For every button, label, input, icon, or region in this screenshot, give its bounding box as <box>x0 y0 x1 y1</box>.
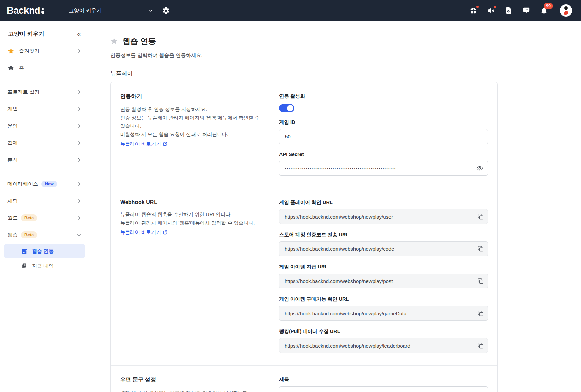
page-subtitle: 인증정보를 입력하여 웹숍을 연동하세요. <box>110 52 581 59</box>
toggle-label: 연동 활성화 <box>279 93 488 99</box>
announcements-megaphone-icon[interactable] <box>487 7 495 14</box>
copy-icon <box>477 278 484 284</box>
sidebar-divider <box>0 172 89 172</box>
sidebar-item-development[interactable]: 개발 <box>0 100 89 117</box>
integration-desc-line: 연동 활성화 후 인증 정보를 저장하세요. <box>120 105 263 114</box>
chevron-right-icon <box>77 107 81 111</box>
sidebar-item-analytics[interactable]: 분석 <box>0 151 89 168</box>
mail-title-label: 제목 <box>279 376 488 383</box>
newplay-shortcut-link[interactable]: 뉴플레이 바로가기 <box>120 229 167 236</box>
link-label: 뉴플레이 바로가기 <box>120 141 161 147</box>
gift-icon[interactable] <box>470 7 477 14</box>
project-selector[interactable]: 고양이 키우기 <box>69 7 153 14</box>
sidebar-item-label: 채팅 <box>7 198 18 204</box>
sidebar-item-billing[interactable]: 결제 <box>0 134 89 151</box>
logo-text: Backnd <box>7 5 40 16</box>
copy-icon <box>477 342 484 349</box>
copy-button[interactable] <box>477 213 484 220</box>
copy-button[interactable] <box>477 342 484 349</box>
copy-button[interactable] <box>477 246 484 252</box>
api-secret-input[interactable] <box>279 161 488 176</box>
chat-bubble-icon[interactable] <box>523 7 530 14</box>
api-secret-label: API Secret <box>279 152 488 157</box>
ranking-pull-url-field[interactable] <box>279 338 488 353</box>
gift-alert-dot <box>476 6 479 8</box>
item-purchasable-url-field[interactable] <box>279 306 488 321</box>
store-authcode-url-field[interactable] <box>279 241 488 256</box>
url-label: 랭킹(Pull) 데이터 수집 URL <box>279 328 488 335</box>
integration-desc-line: 인증 정보는 뉴플레이 관리자 페이지의 '웹훅'메뉴에서 확인할 수 있습니다… <box>120 114 263 130</box>
sidebar-item-webshop[interactable]: 웹숍 Beta <box>0 226 89 243</box>
storefront-icon <box>21 248 28 255</box>
player-check-url-field[interactable] <box>279 209 488 224</box>
avatar[interactable] <box>560 4 572 17</box>
chevron-right-icon <box>77 199 81 203</box>
sidebar-item-label: 데이터베이스 <box>7 181 38 187</box>
logo[interactable]: Backnd <box>7 5 44 16</box>
sidebar-subitem-payout-history[interactable]: 지급 내역 <box>4 259 85 273</box>
announcements-alert-dot <box>494 6 496 8</box>
sidebar-subitem-label: 웹숍 연동 <box>32 248 54 255</box>
copy-icon <box>477 213 484 220</box>
bell-icon[interactable]: 99 <box>540 7 548 14</box>
favorite-star-icon[interactable] <box>110 37 118 45</box>
sidebar-item-favorites[interactable]: 즐겨찾기 <box>0 42 89 59</box>
url-label: 게임 플레이어 확인 URL <box>279 199 488 206</box>
sidebar-item-label: 즐겨찾기 <box>19 48 39 54</box>
sidebar-item-database[interactable]: 데이터베이스 New <box>0 175 89 192</box>
item-grant-url-field[interactable] <box>279 274 488 288</box>
sidebar-item-label: 운영 <box>7 123 18 129</box>
newplay-shortcut-link[interactable]: 뉴플레이 바로가기 <box>120 141 167 147</box>
webhook-desc-line: 뉴플레이 관리자 페이지의 '웹훅'메뉴에서 입력할 수 있습니다. <box>120 219 263 227</box>
mail-settings-row: 우편 문구 설정 결제 완료 시 생성되는 우편의 제목과 발송인을 설정합니다… <box>111 365 497 392</box>
game-id-input[interactable] <box>279 129 488 144</box>
integration-enabled-toggle[interactable] <box>279 104 294 112</box>
url-label: 게임 아이템 지급 URL <box>279 264 488 270</box>
sidebar-item-home[interactable]: 홈 <box>0 59 89 76</box>
new-badge: New <box>41 181 57 187</box>
chevron-right-icon <box>77 182 81 186</box>
chevron-right-icon <box>77 124 81 128</box>
copy-button[interactable] <box>477 278 484 284</box>
settings-gear-icon[interactable] <box>162 7 170 14</box>
chevron-right-icon <box>77 49 81 53</box>
sidebar-subitem-webshop-link[interactable]: 웹숍 연동 <box>4 244 85 258</box>
sidebar-item-operations[interactable]: 운영 <box>0 117 89 134</box>
sidebar-item-project-settings[interactable]: 프로젝트 설정 <box>0 83 89 100</box>
mail-desc: 결제 완료 시 생성되는 우편의 제목과 발송인을 설정합니다. <box>120 389 263 392</box>
webhook-desc-line: 뉴플레이 웹숍의 웹훅을 수신하기 위한 URL입니다. <box>120 210 263 219</box>
integration-heading: 연동하기 <box>120 93 263 100</box>
docs-file-icon[interactable] <box>505 7 512 14</box>
mail-title-input[interactable] <box>279 386 488 392</box>
page-title: 웹숍 연동 <box>123 36 156 46</box>
receipt-icon <box>21 263 28 269</box>
sidebar-item-label: 프로젝트 설정 <box>7 89 39 95</box>
star-icon <box>7 48 14 54</box>
game-id-label: 게임 ID <box>279 119 488 126</box>
integration-desc-line: 비활성화 시 모든 웹숍 요청이 실패로 처리됩니다. <box>120 130 263 139</box>
chevron-down-icon <box>77 232 81 237</box>
home-icon <box>7 64 14 71</box>
sidebar-collapse-button[interactable]: « <box>77 31 81 37</box>
chevron-right-icon <box>77 141 81 145</box>
beta-badge: Beta <box>21 231 37 238</box>
chevron-down-icon <box>148 8 153 13</box>
sidebar-item-world[interactable]: 월드 Beta <box>0 209 89 226</box>
sidebar-item-label: 결제 <box>7 140 18 146</box>
integration-card: 연동하기 연동 활성화 후 인증 정보를 저장하세요. 인증 정보는 뉴플레이 … <box>110 82 498 392</box>
provider-section-label: 뉴플레이 <box>110 70 581 77</box>
chevron-right-icon <box>77 216 81 220</box>
sidebar-item-label: 분석 <box>7 157 18 163</box>
sidebar-item-chat[interactable]: 채팅 <box>0 192 89 209</box>
webhook-row: Webhook URL 뉴플레이 웹숍의 웹훅을 수신하기 위한 URL입니다.… <box>111 188 497 365</box>
eye-icon <box>476 165 483 172</box>
reveal-secret-button[interactable] <box>476 165 483 172</box>
url-label: 게임 아이템 구매가능 확인 URL <box>279 296 488 302</box>
notification-badge: 99 <box>544 3 553 9</box>
sidebar-subitem-label: 지급 내역 <box>32 263 54 269</box>
copy-button[interactable] <box>477 310 484 317</box>
external-link-icon <box>163 142 167 146</box>
sidebar-item-label: 웹숍 <box>7 232 18 238</box>
copy-icon <box>477 310 484 317</box>
mail-heading: 우편 문구 설정 <box>120 376 263 384</box>
